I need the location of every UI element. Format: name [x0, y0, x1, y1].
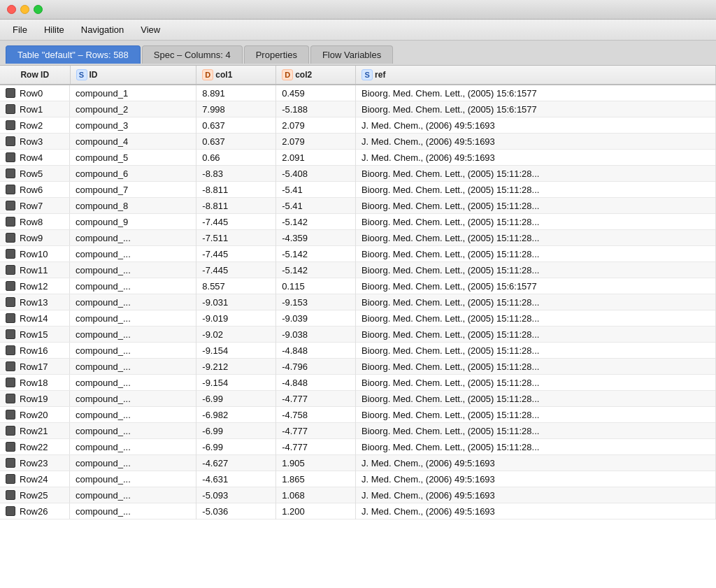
row-checkbox[interactable] [6, 281, 15, 291]
row-checkbox[interactable] [6, 378, 15, 387]
cell-col2: 2.079 [276, 117, 356, 134]
row-checkbox[interactable] [6, 442, 15, 452]
table-row[interactable]: Row5compound_6-8.83-5.408Bioorg. Med. Ch… [0, 166, 716, 182]
col-header-col1[interactable]: Dcol1 [196, 66, 276, 85]
table-row[interactable]: Row23compound_...-4.6271.905J. Med. Chem… [0, 455, 716, 471]
menu-item-view[interactable]: View [134, 23, 167, 36]
cell-ref: Bioorg. Med. Chem. Lett., (2005) 15:11:2… [356, 246, 716, 262]
row-checkbox[interactable] [6, 168, 15, 178]
cell-ref: Bioorg. Med. Chem. Lett., (2005) 15:11:2… [356, 230, 716, 246]
row-checkbox[interactable] [6, 490, 15, 500]
row-checkbox[interactable] [6, 394, 15, 403]
table-row[interactable]: Row14compound_...-9.019-9.039Bioorg. Med… [0, 310, 716, 327]
menu-item-file[interactable]: File [6, 23, 34, 36]
table-row[interactable]: Row15compound_...-9.02-9.038Bioorg. Med.… [0, 327, 716, 343]
tab-spec[interactable]: Spec – Columns: 4 [142, 45, 243, 64]
row-id-cell: Row15 [0, 327, 70, 342]
row-checkbox[interactable] [6, 120, 15, 130]
table-row[interactable]: Row3compound_40.6372.079J. Med. Chem., (… [0, 134, 716, 150]
table-row[interactable]: Row17compound_...-9.212-4.796Bioorg. Med… [0, 359, 716, 375]
row-checkbox[interactable] [6, 265, 15, 275]
row-checkbox[interactable] [6, 410, 15, 420]
row-checkbox[interactable] [6, 426, 15, 436]
cell-col2: -5.142 [276, 214, 356, 230]
cell-col2: -4.777 [276, 391, 356, 407]
row-checkbox[interactable] [6, 345, 15, 355]
table-row[interactable]: Row25compound_...-5.0931.068J. Med. Chem… [0, 487, 716, 503]
cell-col1: -8.811 [196, 198, 276, 214]
row-checkbox[interactable] [6, 297, 15, 307]
row-checkbox[interactable] [6, 88, 15, 98]
menu-item-hilite[interactable]: Hilite [37, 23, 71, 36]
cell-ref: Bioorg. Med. Chem. Lett., (2005) 15:11:2… [356, 343, 716, 359]
table-row[interactable]: Row0compound_18.8910.459Bioorg. Med. Che… [0, 85, 716, 101]
row-checkbox[interactable] [6, 201, 15, 210]
col-header-id[interactable]: SID [70, 66, 196, 85]
table-row[interactable]: Row8compound_9-7.445-5.142Bioorg. Med. C… [0, 214, 716, 230]
cell-col2: -4.796 [276, 359, 356, 375]
row-id-cell: Row4 [0, 150, 70, 165]
table-row[interactable]: Row22compound_...-6.99-4.777Bioorg. Med.… [0, 439, 716, 455]
cell-ref: Bioorg. Med. Chem. Lett., (2005) 15:11:2… [356, 214, 716, 230]
table-container[interactable]: Row IDSIDDcol1Dcol2Sref Row0compound_18.… [0, 66, 716, 588]
table-row[interactable]: Row24compound_...-4.6311.865J. Med. Chem… [0, 471, 716, 487]
tab-flow_variables[interactable]: Flow Variables [310, 45, 393, 64]
table-row[interactable]: Row18compound_...-9.154-4.848Bioorg. Med… [0, 375, 716, 391]
col-header-ref[interactable]: Sref [356, 66, 716, 85]
row-checkbox[interactable] [6, 361, 15, 371]
maximize-button[interactable] [34, 5, 43, 14]
cell-id: compound_... [70, 278, 196, 294]
cell-col1: -9.154 [196, 343, 276, 359]
cell-ref: Bioorg. Med. Chem. Lett., (2005) 15:11:2… [356, 182, 716, 198]
col-header-row_id[interactable]: Row ID [0, 66, 70, 85]
cell-ref: J. Med. Chem., (2006) 49:5:1693 [356, 503, 716, 519]
row-checkbox[interactable] [6, 185, 15, 194]
row-checkbox[interactable] [6, 329, 15, 339]
table-row[interactable]: Row9compound_...-7.511-4.359Bioorg. Med.… [0, 230, 716, 246]
minimize-button[interactable] [20, 5, 29, 14]
cell-col1: -8.811 [196, 182, 276, 198]
close-button[interactable] [7, 5, 16, 14]
table-row[interactable]: Row6compound_7-8.811-5.41Bioorg. Med. Ch… [0, 182, 716, 198]
table-row[interactable]: Row21compound_...-6.99-4.777Bioorg. Med.… [0, 423, 716, 439]
col-header-col2[interactable]: Dcol2 [276, 66, 356, 85]
row-checkbox[interactable] [6, 249, 15, 259]
row-id-cell: Row16 [0, 343, 70, 358]
table-row[interactable]: Row2compound_30.6372.079J. Med. Chem., (… [0, 117, 716, 134]
cell-col2: -4.777 [276, 439, 356, 455]
table-row[interactable]: Row7compound_8-8.811-5.41Bioorg. Med. Ch… [0, 198, 716, 214]
row-id-cell: Row17 [0, 359, 70, 374]
table-row[interactable]: Row16compound_...-9.154-4.848Bioorg. Med… [0, 343, 716, 359]
table-row[interactable]: Row4compound_50.662.091J. Med. Chem., (2… [0, 150, 716, 166]
row-checkbox[interactable] [6, 474, 15, 484]
row-checkbox[interactable] [6, 458, 15, 468]
row-checkbox[interactable] [6, 233, 15, 243]
cell-ref: Bioorg. Med. Chem. Lett., (2005) 15:11:2… [356, 327, 716, 343]
cell-id: compound_... [70, 503, 196, 519]
tab-default[interactable]: Table "default" – Rows: 588 [6, 45, 141, 64]
table-row[interactable]: Row13compound_...-9.031-9.153Bioorg. Med… [0, 294, 716, 310]
table-row[interactable]: Row11compound_...-7.445-5.142Bioorg. Med… [0, 262, 716, 278]
row-id-cell: Row14 [0, 310, 70, 326]
table-row[interactable]: Row26compound_...-5.0361.200J. Med. Chem… [0, 503, 716, 519]
tab-properties[interactable]: Properties [244, 45, 309, 64]
menu-item-navigation[interactable]: Navigation [74, 23, 131, 36]
cell-ref: J. Med. Chem., (2006) 49:5:1693 [356, 134, 716, 150]
row-checkbox[interactable] [6, 313, 15, 323]
table-row[interactable]: Row20compound_...-6.982-4.758Bioorg. Med… [0, 407, 716, 423]
row-checkbox[interactable] [6, 136, 15, 146]
row-checkbox[interactable] [6, 104, 15, 114]
row-checkbox[interactable] [6, 152, 15, 162]
cell-ref: Bioorg. Med. Chem. Lett., (2005) 15:6:15… [356, 278, 716, 294]
row-checkbox[interactable] [6, 506, 15, 516]
row-id-cell: Row26 [0, 503, 70, 519]
cell-ref: Bioorg. Med. Chem. Lett., (2005) 15:6:15… [356, 101, 716, 117]
cell-id: compound_... [70, 310, 196, 327]
table-row[interactable]: Row12compound_...8.5570.115Bioorg. Med. … [0, 278, 716, 294]
row-checkbox[interactable] [6, 217, 15, 227]
cell-id: compound_5 [70, 150, 196, 166]
table-row[interactable]: Row1compound_27.998-5.188Bioorg. Med. Ch… [0, 101, 716, 117]
table-row[interactable]: Row19compound_...-6.99-4.777Bioorg. Med.… [0, 391, 716, 407]
table-row[interactable]: Row10compound_...-7.445-5.142Bioorg. Med… [0, 246, 716, 262]
cell-col1: -5.093 [196, 487, 276, 503]
